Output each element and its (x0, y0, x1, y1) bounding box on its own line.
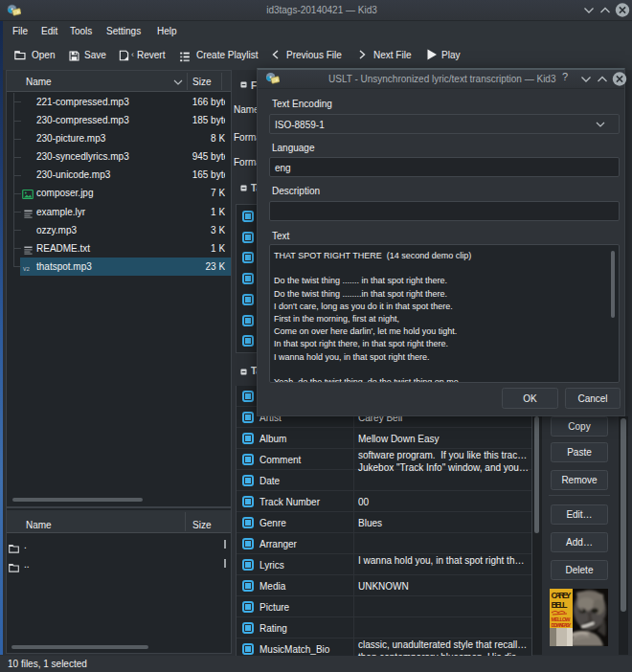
svg-text:DOWN EASY: DOWN EASY (552, 622, 572, 628)
svg-text:CAREY: CAREY (552, 591, 572, 600)
svg-text:BELL: BELL (552, 600, 569, 610)
